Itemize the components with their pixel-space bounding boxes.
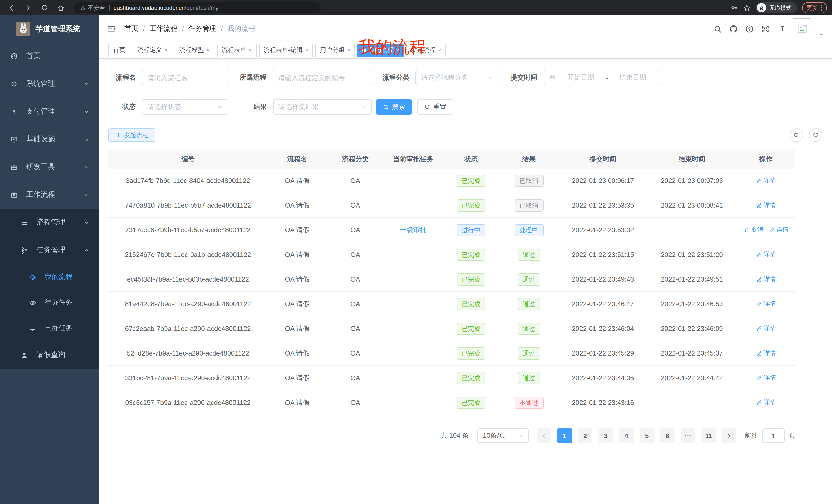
cell-submit-time: 2022-01-22 23:44:35 bbox=[558, 374, 647, 382]
key-icon[interactable] bbox=[730, 4, 738, 11]
page-button-1[interactable]: 1 bbox=[557, 428, 572, 443]
detail-link[interactable]: 详情 bbox=[756, 349, 776, 358]
view-tab-首页[interactable]: 首页 bbox=[108, 44, 130, 57]
tab-close-icon[interactable]: × bbox=[249, 47, 252, 53]
status-badge: 已完成 bbox=[457, 396, 486, 409]
cell-end-time: 2022-01-22 23:46:53 bbox=[647, 300, 736, 308]
breadcrumb-item[interactable]: 工作流程 bbox=[150, 24, 177, 33]
view-tab-流程模型[interactable]: 流程模型× bbox=[175, 44, 214, 57]
search-button[interactable]: 搜索 bbox=[376, 99, 412, 115]
github-icon[interactable] bbox=[729, 24, 738, 33]
page-button-5[interactable]: 5 bbox=[640, 428, 654, 443]
browser-reload-button[interactable] bbox=[38, 2, 50, 14]
result-select[interactable]: 请选择流结果 bbox=[273, 99, 372, 115]
font-size-icon[interactable]: TT bbox=[777, 24, 786, 33]
sidebar-item-任务管理[interactable]: 任务管理 bbox=[0, 236, 99, 264]
cell-end-time: 2022-01-22 23:49:51 bbox=[647, 275, 736, 283]
page-button-2[interactable]: 2 bbox=[578, 428, 592, 443]
sidebar-item-工作流程[interactable]: 工作流程 bbox=[0, 181, 99, 208]
result-badge: 已取消 bbox=[515, 199, 543, 212]
detail-link[interactable]: 详情 bbox=[756, 176, 776, 185]
submit-time-range-picker[interactable]: 开始日期 - 结束日期 bbox=[544, 70, 659, 85]
user-menu-caret-icon[interactable] bbox=[818, 32, 824, 37]
view-tab-流程表单[interactable]: 流程表单× bbox=[217, 44, 256, 57]
list-icon bbox=[21, 219, 28, 226]
browser-forward-button[interactable] bbox=[22, 2, 34, 14]
action-label: 详情 bbox=[763, 398, 776, 407]
cell-status: 已完成 bbox=[443, 347, 499, 359]
detail-link[interactable]: 详情 bbox=[756, 275, 776, 284]
page-size-select[interactable]: 10条/页 bbox=[477, 428, 529, 443]
sidebar-item-待办任务[interactable]: 待办任务 bbox=[0, 290, 99, 315]
create-process-button[interactable]: 发起流程 bbox=[108, 129, 155, 142]
detail-link[interactable]: 详情 bbox=[756, 373, 776, 382]
reset-button[interactable]: 重置 bbox=[417, 99, 453, 115]
page-button-3[interactable]: 3 bbox=[599, 428, 613, 443]
cell-submit-time: 2022-01-22 23:51:15 bbox=[558, 251, 647, 258]
process-name-input[interactable] bbox=[142, 70, 228, 85]
result-badge: 通过 bbox=[518, 372, 540, 384]
status-select[interactable]: 请选择状态 bbox=[142, 99, 228, 115]
detail-link[interactable]: 详情 bbox=[756, 300, 776, 308]
detail-link[interactable]: 详情 bbox=[756, 201, 776, 209]
sidebar-item-请假查询[interactable]: 请假查询 bbox=[0, 341, 99, 369]
prev-page-button[interactable] bbox=[537, 428, 551, 443]
view-tab-流程表单-编辑[interactable]: 流程表单-编辑× bbox=[259, 44, 313, 57]
table-toolbar: 发起流程 bbox=[108, 129, 822, 142]
cancel-link[interactable]: 取消 bbox=[743, 226, 763, 234]
process-definition-input[interactable] bbox=[272, 70, 371, 85]
cell-result: 通过 bbox=[499, 372, 558, 384]
search-icon[interactable] bbox=[713, 24, 722, 33]
sidebar-item-我的流程[interactable]: 我的流程 bbox=[0, 264, 99, 290]
more-pages-button[interactable]: ··· bbox=[681, 428, 695, 443]
sidebar-item-研发工具[interactable]: 研发工具 bbox=[0, 153, 99, 181]
next-page-button[interactable] bbox=[722, 428, 736, 443]
refresh-table-button[interactable] bbox=[809, 129, 822, 142]
help-icon[interactable]: ? bbox=[745, 24, 754, 33]
fullscreen-icon[interactable] bbox=[761, 24, 770, 33]
current-task-link[interactable]: 一级审批 bbox=[400, 226, 426, 233]
view-tab-用户分组[interactable]: 用户分组× bbox=[315, 44, 355, 57]
bookmark-star-icon[interactable] bbox=[743, 4, 751, 11]
category-select[interactable]: 请选择流程分类 bbox=[415, 70, 499, 85]
sidebar-item-流程管理[interactable]: 流程管理 bbox=[0, 208, 99, 236]
cell-id: 819442e8-7b9a-11ec-a290-acde48001122 bbox=[108, 300, 267, 308]
cell-submit-time: 2022-01-22 23:49:46 bbox=[558, 275, 647, 283]
sidebar-item-系统管理[interactable]: 系统管理 bbox=[0, 70, 99, 97]
goto-page-input[interactable] bbox=[762, 428, 785, 443]
browser-home-button[interactable] bbox=[54, 2, 67, 14]
breadcrumb-item[interactable]: 任务管理 bbox=[188, 24, 216, 33]
cell-result: 通过 bbox=[499, 248, 558, 261]
tab-close-icon[interactable]: × bbox=[438, 47, 441, 53]
breadcrumb-item[interactable]: 首页 bbox=[125, 24, 138, 33]
tab-close-icon[interactable]: × bbox=[305, 47, 308, 53]
tab-close-icon[interactable]: × bbox=[347, 47, 350, 53]
detail-link[interactable]: 详情 bbox=[756, 398, 776, 407]
sidebar-item-首页[interactable]: 首页 bbox=[0, 42, 99, 70]
detail-link[interactable]: 详情 bbox=[756, 250, 776, 259]
sidebar-item-基础设施[interactable]: 基础设施 bbox=[0, 125, 99, 153]
detail-link[interactable]: 详情 bbox=[769, 226, 788, 234]
browser-update-menu-button[interactable]: 更新 bbox=[802, 2, 827, 13]
sidebar-item-支付管理[interactable]: ¥支付管理 bbox=[0, 97, 99, 125]
page-button-4[interactable]: 4 bbox=[619, 428, 633, 443]
tab-close-icon[interactable]: × bbox=[164, 47, 167, 53]
app-logo: 芋道管理系统 bbox=[0, 16, 99, 42]
address-bar[interactable]: 不安全 dashboard.yudao.iocoder.cn/bpm/task/… bbox=[74, 2, 321, 13]
cell-end-time: 2022-01-23 00:07:03 bbox=[647, 177, 736, 185]
chevron-up-icon bbox=[84, 192, 89, 198]
sidebar-item-label: 已办任务 bbox=[45, 324, 73, 333]
show-search-button[interactable] bbox=[790, 129, 803, 142]
view-tab-流程定义[interactable]: 流程定义× bbox=[133, 44, 172, 57]
page-button-6[interactable]: 6 bbox=[660, 428, 675, 443]
cell-submit-time: 2022-01-23 00:06:17 bbox=[558, 177, 647, 185]
sidebar-collapse-button[interactable] bbox=[107, 24, 116, 33]
page-button-11[interactable]: 11 bbox=[701, 428, 716, 443]
tab-close-icon[interactable]: × bbox=[207, 47, 210, 53]
total-count: 共 104 条 bbox=[441, 431, 469, 440]
detail-link[interactable]: 详情 bbox=[756, 324, 776, 333]
browser-back-button[interactable] bbox=[5, 2, 18, 14]
cell-process-name: OA 请假 bbox=[267, 348, 327, 358]
avatar[interactable] bbox=[793, 19, 811, 39]
sidebar-item-已办任务[interactable]: 已办任务 bbox=[0, 315, 99, 341]
